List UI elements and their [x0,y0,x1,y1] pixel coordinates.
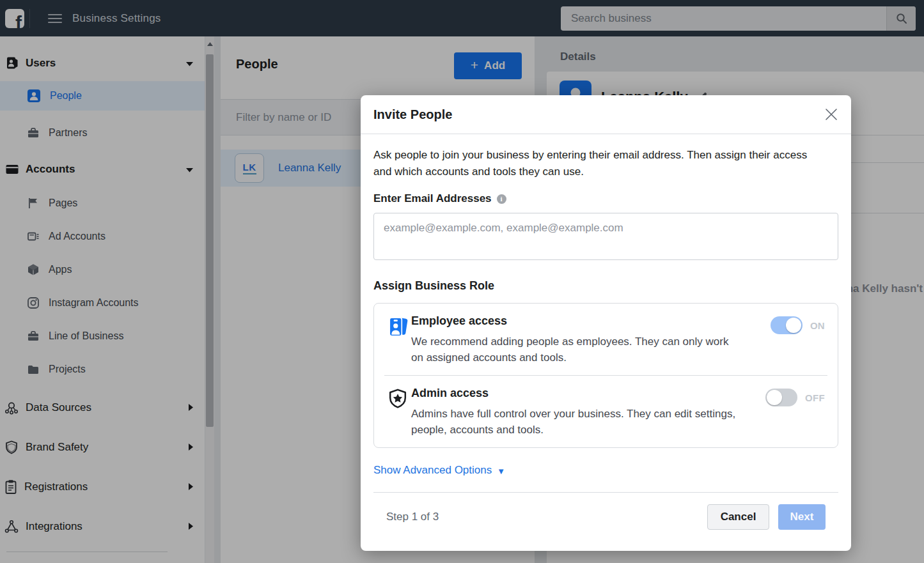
next-button[interactable]: Next [778,504,826,530]
modal-intro-text: Ask people to join your business by ente… [373,147,821,180]
close-icon[interactable] [823,106,840,123]
modal-header: Invite People [361,95,851,134]
role-title: Employee access [411,314,745,328]
employee-badge-icon [387,314,411,366]
role-description: Admins have full control over your busin… [411,406,740,438]
role-row-admin-access: Admin accessAdmins have full control ove… [374,376,838,447]
info-icon[interactable]: i [497,194,506,204]
modal-body: Ask people to join your business by ente… [361,134,851,530]
role-description: We recommend adding people as employees.… [411,334,740,366]
email-label-row: Enter Email Addresses i [373,192,838,205]
modal-footer: Step 1 of 3 Cancel Next [373,493,838,530]
email-label: Enter Email Addresses [373,192,492,205]
toggle-state-label: ON [810,316,825,331]
employee-access-toggle[interactable] [771,316,803,334]
toggle-state-label: OFF [805,389,825,403]
role-title: Admin access [411,387,745,400]
role-row-employee-access: Employee accessWe recommend adding peopl… [374,304,838,375]
email-addresses-input[interactable] [373,213,838,260]
step-indicator: Step 1 of 3 [386,511,439,523]
business-settings-screen: f Business Settings UsersPeoplePartnersA… [0,0,924,563]
invite-people-modal: Invite People Ask people to join your bu… [361,95,851,551]
assign-role-heading: Assign Business Role [373,279,838,293]
show-advanced-options-link[interactable]: Show Advanced Options ▼ [373,464,505,477]
admin-shield-icon [387,387,411,438]
cancel-button[interactable]: Cancel [707,504,769,530]
modal-title: Invite People [373,107,452,122]
role-panel: Employee accessWe recommend adding peopl… [373,303,838,448]
admin-access-toggle[interactable] [765,389,797,406]
chevron-down-icon: ▼ [497,467,505,475]
